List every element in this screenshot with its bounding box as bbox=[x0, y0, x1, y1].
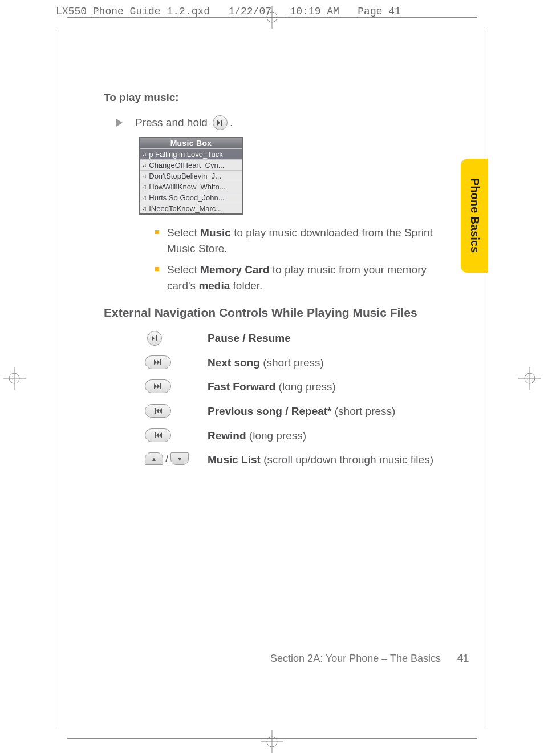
print-page: Page 41 bbox=[358, 6, 401, 17]
filename: LX550_Phone Guide_1.2.qxd bbox=[56, 6, 210, 17]
control-label: Rewind bbox=[208, 430, 246, 442]
music-note-icon: ♫ bbox=[142, 194, 147, 201]
nav-up-button-icon: ▲ bbox=[145, 452, 163, 465]
step-text: Press and hold bbox=[135, 116, 208, 129]
footer-section: Section 2A: Your Phone – The Basics bbox=[270, 653, 441, 664]
step-press-hold: Press and hold . bbox=[116, 115, 435, 130]
sub-bullet: Select Music to play music downloaded fr… bbox=[155, 225, 435, 256]
control-row: Fast Forward (long press) bbox=[145, 379, 435, 395]
sub-bullet: Select Memory Card to play music from yo… bbox=[155, 262, 435, 293]
song-label: HowWillIKnow_Whitn... bbox=[149, 183, 225, 191]
musicbox-row: ♫p Falling in Love_Tuck bbox=[140, 148, 242, 159]
control-note: (long press) bbox=[275, 381, 336, 393]
svg-rect-17 bbox=[155, 432, 156, 438]
registration-mark-icon bbox=[261, 730, 283, 753]
music-note-icon: ♫ bbox=[142, 205, 147, 212]
step-period: . bbox=[230, 116, 233, 129]
musicbox-row: ♫HowWillIKnow_Whitn... bbox=[140, 181, 242, 192]
song-label: INeedToKnow_Marc... bbox=[149, 204, 222, 213]
control-label: Fast Forward bbox=[208, 381, 275, 393]
control-row: Previous song / Repeat* (short press) bbox=[145, 404, 435, 419]
svg-rect-12 bbox=[221, 120, 222, 126]
rewind-button-icon bbox=[145, 428, 171, 442]
musicbox-row: ♫Hurts So Good_John... bbox=[140, 192, 242, 203]
registration-mark-icon bbox=[261, 6, 283, 29]
music-note-icon: ♫ bbox=[142, 161, 147, 168]
play-triangle-icon bbox=[116, 119, 123, 127]
play-pause-button-icon bbox=[213, 115, 228, 130]
control-note: (scroll up/down through music files) bbox=[261, 454, 433, 466]
music-note-icon: ♫ bbox=[142, 183, 147, 190]
registration-mark-icon bbox=[3, 367, 26, 390]
music-note-icon: ♫ bbox=[142, 172, 147, 179]
next-button-icon bbox=[145, 355, 171, 369]
control-row: Rewind (long press) bbox=[145, 428, 435, 444]
previous-button-icon bbox=[145, 404, 171, 418]
control-row: ▲ / ▼ Music List (scroll up/down through… bbox=[145, 452, 435, 468]
footer-page-number: 41 bbox=[457, 653, 469, 664]
musicbox-row: ♫INeedToKnow_Marc... bbox=[140, 203, 242, 213]
control-note: (short press) bbox=[332, 405, 396, 417]
song-label: ChangeOfHeart_Cyn... bbox=[149, 161, 224, 169]
bullet-text: Select Memory Card to play music from yo… bbox=[167, 262, 435, 293]
musicbox-row: ♫Don'tStopBelievin_J... bbox=[140, 170, 242, 181]
musicbox-title: Music Box bbox=[140, 138, 242, 148]
svg-rect-14 bbox=[160, 359, 161, 365]
musicbox-row: ♫ChangeOfHeart_Cyn... bbox=[140, 159, 242, 170]
nav-down-button-icon: ▼ bbox=[170, 452, 189, 465]
page-footer: Section 2A: Your Phone – The Basics 41 bbox=[104, 653, 469, 665]
svg-rect-16 bbox=[155, 408, 156, 414]
bullet-text: Select Music to play music downloaded fr… bbox=[167, 225, 435, 256]
musicbox-screenshot: Music Box ♫p Falling in Love_Tuck ♫Chang… bbox=[139, 137, 243, 215]
crop-rule bbox=[488, 29, 488, 727]
song-label: Hurts So Good_John... bbox=[149, 193, 224, 202]
control-label: Pause / Resume bbox=[208, 332, 291, 344]
print-time: 10:19 AM bbox=[290, 6, 339, 17]
control-label: Music List bbox=[208, 454, 261, 466]
bullet-square-icon bbox=[155, 267, 159, 271]
slash: / bbox=[165, 452, 168, 465]
registration-mark-icon bbox=[518, 367, 541, 390]
fast-forward-button-icon bbox=[145, 379, 171, 393]
svg-rect-13 bbox=[156, 335, 157, 341]
control-note: (long press) bbox=[246, 430, 307, 442]
section-tab: Phone Basics bbox=[461, 159, 488, 273]
heading-controls: External Navigation Controls While Playi… bbox=[104, 306, 435, 320]
svg-rect-15 bbox=[160, 383, 161, 389]
crop-rule bbox=[56, 29, 56, 727]
song-label: p Falling in Love_Tuck bbox=[149, 150, 223, 159]
section-tab-label: Phone Basics bbox=[468, 178, 481, 253]
control-row: Next song (short press) bbox=[145, 355, 435, 371]
heading-to-play: To play music: bbox=[104, 91, 435, 104]
music-note-icon: ♫ bbox=[142, 151, 147, 157]
control-label: Previous song / Repeat* bbox=[208, 405, 332, 417]
control-note: (short press) bbox=[260, 357, 324, 369]
control-label: Next song bbox=[208, 357, 260, 369]
bullet-square-icon bbox=[155, 230, 159, 234]
play-pause-button-icon bbox=[147, 331, 162, 346]
song-label: Don'tStopBelievin_J... bbox=[149, 172, 221, 180]
control-row: Pause / Resume bbox=[145, 331, 435, 346]
